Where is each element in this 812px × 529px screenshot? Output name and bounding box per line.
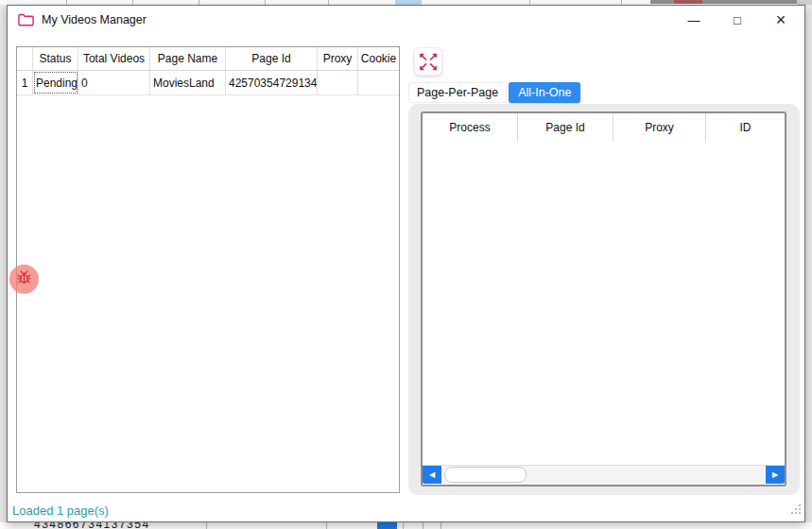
cell-page-name[interactable]: MoviesLand [150, 71, 226, 94]
folder-icon [18, 13, 34, 26]
arrow-down-left-icon: ↙ [418, 61, 428, 71]
cell-status[interactable]: Pending [33, 71, 78, 94]
column-header-proxy[interactable]: Proxy [318, 47, 358, 70]
horizontal-scrollbar[interactable]: ◀ ▶ [423, 465, 785, 485]
grid-line [326, 522, 327, 529]
bug-icon [16, 269, 32, 289]
all-in-one-panel: Process Page Id Proxy ID ◀ ▶ [408, 104, 800, 495]
process-table-header: Process Page Id Proxy ID [423, 113, 785, 142]
column-header-page-name[interactable]: Page Name [150, 47, 226, 70]
expand-icon: ↖ ↗ ↙ ↘ [418, 52, 439, 71]
pages-table: Status Total Videos Page Name Page Id Pr… [16, 46, 400, 493]
expand-button[interactable]: ↖ ↗ ↙ ↘ [414, 47, 442, 76]
title-bar[interactable]: My Videos Manager — □ × [8, 6, 804, 34]
grid-line [206, 522, 207, 529]
cell-page-id[interactable]: 425703547291344 [226, 71, 318, 94]
window-title: My Videos Manager [42, 13, 147, 26]
column-header-total-videos[interactable]: Total Videos [78, 47, 150, 70]
scroll-right-icon: ▶ [772, 470, 778, 479]
table-row[interactable]: 1 Pending 0 MoviesLand 425703547291344 [17, 71, 399, 95]
grid-line [441, 522, 441, 529]
background-window-bottom-fragment: 434866734137354 [0, 522, 812, 529]
column-header-proxy[interactable]: Proxy [613, 113, 706, 142]
column-header-process[interactable]: Process [423, 113, 518, 142]
background-accent [674, 0, 702, 4]
my-videos-manager-window: My Videos Manager — □ × Status Total Vid… [7, 5, 805, 522]
cell-total-videos[interactable]: 0 [78, 71, 150, 94]
tab-all-in-one[interactable]: All-In-One [509, 82, 580, 103]
scroll-left-button[interactable]: ◀ [423, 466, 441, 484]
background-clipped-text: 434866734137354 [34, 522, 150, 529]
process-table-body [423, 142, 785, 465]
process-table: Process Page Id Proxy ID ◀ ▶ [421, 111, 786, 486]
window-controls: — □ × [672, 8, 803, 32]
arrow-down-right-icon: ↘ [428, 61, 439, 71]
status-text: Loaded 1 page(s) [12, 503, 109, 518]
cell-proxy[interactable] [318, 71, 358, 94]
column-header-status[interactable]: Status [33, 47, 78, 70]
close-button[interactable]: × [759, 8, 803, 32]
column-header-page-id[interactable]: Page Id [518, 113, 613, 142]
column-header-page-id[interactable]: Page Id [226, 47, 318, 70]
scroll-left-icon: ◀ [429, 470, 435, 479]
column-header-cookie[interactable]: Cookie [358, 47, 399, 70]
column-header-id[interactable]: ID [706, 113, 785, 142]
pages-table-header: Status Total Videos Page Name Page Id Pr… [17, 47, 399, 71]
maximize-button[interactable]: □ [716, 8, 759, 32]
view-tabs: Page-Per-Page All-In-One [408, 81, 580, 103]
debug-bug-button[interactable] [9, 264, 39, 294]
row-number: 1 [17, 71, 33, 94]
grid-line [403, 522, 404, 529]
tab-page-per-page[interactable]: Page-Per-Page [408, 82, 507, 103]
screen: 434866734137354 My Videos Manager — □ × [0, 0, 812, 529]
row-number-header [17, 47, 33, 70]
resize-grip-icon[interactable] [790, 502, 802, 519]
background-selected-cell [377, 522, 397, 529]
minimize-button[interactable]: — [672, 8, 716, 32]
scroll-right-button[interactable]: ▶ [766, 466, 785, 484]
scrollbar-thumb[interactable] [444, 467, 527, 483]
cell-cookie[interactable] [358, 71, 399, 94]
grid-line [423, 522, 423, 529]
